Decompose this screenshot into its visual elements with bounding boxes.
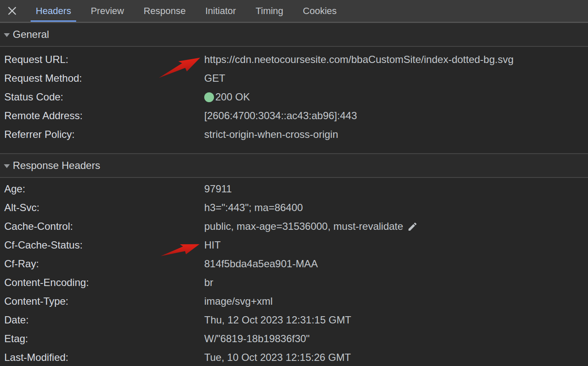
header-value: 97911 bbox=[204, 183, 232, 195]
header-value: HIT bbox=[204, 239, 221, 251]
header-value: public, max-age=31536000, must-revalidat… bbox=[204, 220, 403, 232]
header-row-request-url: Request URL: https://cdn.neetocoursesite… bbox=[0, 50, 588, 69]
header-value: 200 OK bbox=[215, 91, 250, 103]
header-row-content-type: Content-Type: image/svg+xml bbox=[0, 292, 588, 311]
header-value: 814f5bda4a5ea901-MAA bbox=[204, 258, 318, 270]
header-value: Thu, 12 Oct 2023 12:31:15 GMT bbox=[204, 314, 351, 326]
disclosure-triangle-icon bbox=[4, 33, 10, 37]
header-row-alt-svc: Alt-Svc: h3=":443"; ma=86400 bbox=[0, 198, 588, 217]
section-title: General bbox=[13, 29, 49, 40]
section-header-general[interactable]: General bbox=[0, 23, 588, 47]
section-header-response-headers[interactable]: Response Headers bbox=[0, 153, 588, 178]
header-row-remote-address: Remote Address: [2606:4700:3034::ac43:ab… bbox=[0, 106, 588, 125]
header-name: Cf-Ray: bbox=[4, 258, 204, 270]
header-value: strict-origin-when-cross-origin bbox=[204, 129, 338, 140]
header-row-request-method: Request Method: GET bbox=[0, 69, 588, 88]
header-value: br bbox=[204, 277, 213, 289]
header-row-status-code: Status Code: 200 OK bbox=[0, 88, 588, 106]
header-row-date: Date: Thu, 12 Oct 2023 12:31:15 GMT bbox=[0, 311, 588, 329]
general-rows: Request URL: https://cdn.neetocoursesite… bbox=[0, 47, 588, 153]
disclosure-triangle-icon bbox=[4, 164, 10, 168]
header-value-wrap: 200 OK bbox=[204, 91, 250, 103]
header-name: Cf-Cache-Status: bbox=[4, 239, 204, 251]
header-value: image/svg+xml bbox=[204, 295, 273, 307]
header-name: Etag: bbox=[4, 333, 204, 345]
tab-timing[interactable]: Timing bbox=[251, 0, 288, 22]
devtools-network-headers-panel: Headers Preview Response Initiator Timin… bbox=[0, 0, 588, 366]
header-name: Remote Address: bbox=[4, 110, 204, 122]
header-name: Last-Modified: bbox=[4, 352, 204, 363]
header-row-cache-control: Cache-Control: public, max-age=31536000,… bbox=[0, 217, 588, 236]
header-name: Request Method: bbox=[4, 72, 204, 84]
header-row-cf-cache-status: Cf-Cache-Status: HIT bbox=[0, 236, 588, 254]
close-panel-button[interactable] bbox=[3, 0, 20, 22]
edit-pencil-icon[interactable] bbox=[407, 221, 418, 232]
header-name: Status Code: bbox=[4, 91, 204, 103]
header-value: h3=":443"; ma=86400 bbox=[204, 202, 303, 214]
header-name: Age: bbox=[4, 183, 204, 195]
status-ok-dot-icon bbox=[204, 92, 214, 102]
section-title: Response Headers bbox=[13, 160, 100, 172]
tab-response[interactable]: Response bbox=[138, 0, 191, 22]
header-row-etag: Etag: W/"6819-18b19836f30" bbox=[0, 329, 588, 348]
header-value: [2606:4700:3034::ac43:ab96]:443 bbox=[204, 110, 357, 122]
header-value: Tue, 10 Oct 2023 12:15:26 GMT bbox=[204, 352, 351, 363]
header-name: Content-Encoding: bbox=[4, 277, 204, 289]
header-name: Date: bbox=[4, 314, 204, 326]
header-value: GET bbox=[204, 72, 225, 84]
tab-initiator[interactable]: Initiator bbox=[200, 0, 241, 22]
header-row-content-encoding: Content-Encoding: br bbox=[0, 273, 588, 292]
header-name: Content-Type: bbox=[4, 295, 204, 307]
header-row-age: Age: 97911 bbox=[0, 180, 588, 198]
header-value: W/"6819-18b19836f30" bbox=[204, 333, 310, 345]
header-name: Referrer Policy: bbox=[4, 129, 204, 140]
tab-cookies[interactable]: Cookies bbox=[298, 0, 342, 22]
header-name: Request URL: bbox=[4, 54, 204, 66]
tab-preview[interactable]: Preview bbox=[86, 0, 129, 22]
header-value: https://cdn.neetocoursesite.com/bbaCusto… bbox=[204, 54, 514, 66]
header-name: Cache-Control: bbox=[4, 220, 204, 232]
detail-tabbar: Headers Preview Response Initiator Timin… bbox=[0, 0, 588, 23]
close-icon bbox=[8, 6, 17, 15]
tab-list: Headers Preview Response Initiator Timin… bbox=[31, 0, 342, 22]
header-row-referrer-policy: Referrer Policy: strict-origin-when-cros… bbox=[0, 125, 588, 144]
header-name: Alt-Svc: bbox=[4, 202, 204, 214]
header-value-wrap: public, max-age=31536000, must-revalidat… bbox=[204, 220, 418, 232]
header-row-cf-ray: Cf-Ray: 814f5bda4a5ea901-MAA bbox=[0, 254, 588, 273]
response-header-rows: Age: 97911 Alt-Svc: h3=":443"; ma=86400 … bbox=[0, 178, 588, 366]
tab-headers[interactable]: Headers bbox=[31, 0, 76, 22]
header-row-last-modified: Last-Modified: Tue, 10 Oct 2023 12:15:26… bbox=[0, 348, 588, 366]
